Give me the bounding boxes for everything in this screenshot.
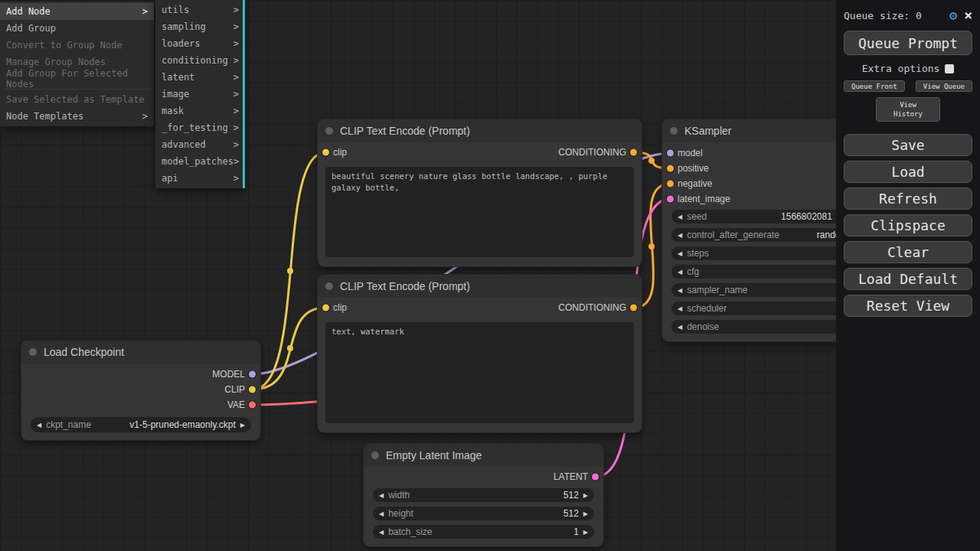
negative-input-dot[interactable] xyxy=(667,181,674,187)
clip-input-dot[interactable] xyxy=(322,149,329,156)
queue-front-button[interactable]: Queue Front xyxy=(844,80,905,92)
decrement-arrow-icon[interactable]: ◀ xyxy=(678,250,682,257)
output-slot-label: CONDITIONING xyxy=(558,302,626,313)
decrement-arrow-icon[interactable]: ◀ xyxy=(678,269,682,276)
menu-item-save-selected-as-template[interactable]: Save Selected as Template xyxy=(0,91,154,108)
collapse-dot-icon[interactable] xyxy=(371,452,379,459)
collapse-dot-icon[interactable] xyxy=(325,127,333,135)
menu-item-convert-to-group-node[interactable]: Convert to Group Node xyxy=(0,37,154,54)
widget-width[interactable]: ◀ width 512 ▶ xyxy=(373,488,594,502)
latent-image-input-dot[interactable] xyxy=(667,196,674,203)
view-queue-button[interactable]: View Queue xyxy=(916,80,972,92)
decrement-arrow-icon[interactable]: ◀ xyxy=(678,305,682,312)
decrement-arrow-icon[interactable]: ◀ xyxy=(379,492,384,499)
input-slot-label: clip xyxy=(333,302,347,313)
positive-input-dot[interactable] xyxy=(667,165,674,172)
refresh-button[interactable]: Refresh xyxy=(844,187,972,210)
decrement-arrow-icon[interactable]: ◀ xyxy=(678,232,682,239)
load-button[interactable]: Load xyxy=(844,161,972,183)
node-clip-text-encode-positive[interactable]: CLIP Text Encode (Prompt) clip CONDITION… xyxy=(318,119,642,266)
menu-item-label: latent xyxy=(162,72,194,83)
extra-options-checkbox[interactable] xyxy=(945,64,954,73)
menu-item-label: api xyxy=(162,173,178,184)
clip-input-dot[interactable] xyxy=(322,305,329,311)
submenu-arrow-icon: > xyxy=(234,106,239,116)
prompt-textarea[interactable]: text, watermark xyxy=(325,322,634,423)
model-output-dot[interactable] xyxy=(249,371,256,378)
submenu-item-for-testing[interactable]: _for_testing > xyxy=(155,119,245,136)
settings-gear-icon[interactable]: ⚙ xyxy=(949,8,957,23)
decrement-arrow-icon[interactable]: ◀ xyxy=(678,324,682,331)
comfy-menu-panel: Queue size: 0 ⚙ × Queue Prompt Extra opt… xyxy=(836,0,980,551)
node-load-checkpoint[interactable]: Load Checkpoint MODEL CLIP VAE ◀ ckpt_na… xyxy=(21,341,260,440)
node-title-bar[interactable]: CLIP Text Encode (Prompt) xyxy=(318,119,642,142)
widget-batch-size[interactable]: ◀ batch_size 1 ▶ xyxy=(373,525,594,539)
decrement-arrow-icon[interactable]: ◀ xyxy=(678,214,682,220)
submenu-arrow-icon: > xyxy=(234,139,239,150)
conditioning-output-dot[interactable] xyxy=(630,305,637,311)
submenu-arrow-icon: > xyxy=(234,122,239,133)
close-icon[interactable]: × xyxy=(964,8,972,22)
collapse-dot-icon[interactable] xyxy=(670,127,678,135)
submenu-item-api[interactable]: api > xyxy=(155,170,245,187)
node-title: CLIP Text Encode (Prompt) xyxy=(340,280,470,292)
queue-prompt-button[interactable]: Queue Prompt xyxy=(844,31,972,55)
collapse-dot-icon[interactable] xyxy=(29,348,37,356)
submenu-item-image[interactable]: image > xyxy=(155,86,245,103)
increment-arrow-icon[interactable]: ▶ xyxy=(583,492,588,499)
submenu-item-model-patches[interactable]: model_patches > xyxy=(155,153,245,170)
previous-arrow-icon[interactable]: ◀ xyxy=(37,422,41,429)
save-button[interactable]: Save xyxy=(844,134,972,156)
widget-value: 512 xyxy=(564,508,579,519)
submenu-item-latent[interactable]: latent > xyxy=(155,69,245,86)
vae-output-dot[interactable] xyxy=(249,402,256,409)
node-empty-latent-image[interactable]: Empty Latent Image LATENT ◀ width 512 ▶ … xyxy=(364,444,603,546)
submenu-item-mask[interactable]: mask > xyxy=(155,103,245,119)
node-clip-text-encode-negative[interactable]: CLIP Text Encode (Prompt) clip CONDITION… xyxy=(318,275,642,432)
widget-ckpt-name[interactable]: ◀ ckpt_name v1-5-pruned-emaonly.ckpt ▶ xyxy=(31,417,251,432)
reset-view-button[interactable]: Reset View xyxy=(844,295,972,317)
conditioning-output-dot[interactable] xyxy=(630,149,637,156)
decrement-arrow-icon[interactable]: ◀ xyxy=(678,287,682,294)
submenu-item-loaders[interactable]: loaders > xyxy=(155,35,245,52)
menu-item-label: utils xyxy=(162,5,189,15)
submenu-item-utils[interactable]: utils > xyxy=(155,2,245,18)
increment-arrow-icon[interactable]: ▶ xyxy=(583,510,588,517)
slot-row: CLIP xyxy=(21,382,260,397)
graph-canvas[interactable]: CLIP Text Encode (Prompt) clip CONDITION… xyxy=(0,0,980,551)
submenu-item-sampling[interactable]: sampling > xyxy=(155,18,245,35)
prompt-textarea[interactable]: beautiful scenery nature glass bottle la… xyxy=(325,167,634,257)
clip-output-dot[interactable] xyxy=(249,386,256,393)
view-history-button[interactable]: View History xyxy=(876,97,940,122)
node-title-bar[interactable]: Load Checkpoint xyxy=(21,341,260,364)
menu-item-add-group-for-selected-nodes[interactable]: Add Group For Selected Nodes xyxy=(0,70,154,87)
decrement-arrow-icon[interactable]: ◀ xyxy=(379,529,384,536)
menu-item-label: Save Selected as Template xyxy=(6,94,145,105)
submenu-item-advanced[interactable]: advanced > xyxy=(155,136,245,153)
widget-height[interactable]: ◀ height 512 ▶ xyxy=(373,507,594,520)
menu-item-node-templates[interactable]: Node Templates > xyxy=(0,108,154,125)
node-title: KSampler xyxy=(684,125,731,137)
next-arrow-icon[interactable]: ▶ xyxy=(240,422,245,429)
menu-item-add-group[interactable]: Add Group xyxy=(0,20,154,37)
slot-row: clip CONDITIONING xyxy=(318,298,642,318)
load-default-button[interactable]: Load Default xyxy=(844,268,972,290)
model-input-dot[interactable] xyxy=(667,150,674,157)
decrement-arrow-icon[interactable]: ◀ xyxy=(379,510,384,517)
clear-button[interactable]: Clear xyxy=(844,241,972,263)
slot-row: VAE xyxy=(21,397,260,412)
submenu-item-conditioning[interactable]: conditioning > xyxy=(155,52,245,69)
collapse-dot-icon[interactable] xyxy=(325,282,333,290)
widget-value: 1 xyxy=(573,527,579,537)
menu-item-label: Manage Group Nodes xyxy=(6,57,106,67)
clipspace-button[interactable]: Clipspace xyxy=(844,214,972,236)
node-title-bar[interactable]: Empty Latent Image xyxy=(364,444,603,467)
latent-output-dot[interactable] xyxy=(592,474,599,481)
increment-arrow-icon[interactable]: ▶ xyxy=(583,529,588,536)
output-slot-label: CLIP xyxy=(224,384,245,395)
link-midpoint-dot xyxy=(648,158,655,164)
node-title-bar[interactable]: CLIP Text Encode (Prompt) xyxy=(318,275,642,298)
menu-item-label: advanced xyxy=(162,139,206,150)
menu-item-add-node[interactable]: Add Node > xyxy=(0,3,154,20)
context-menu: Add Node > Add Group Convert to Group No… xyxy=(0,2,154,126)
